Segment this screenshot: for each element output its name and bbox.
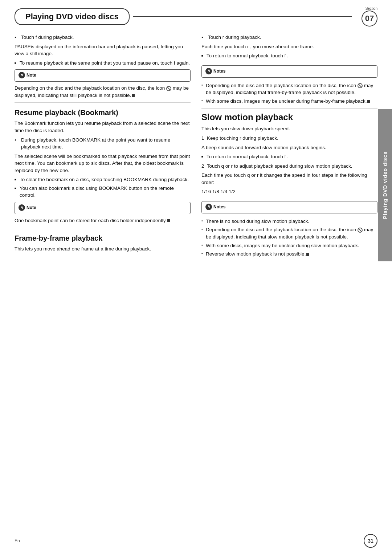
section-number: 07 [362, 11, 377, 26]
pause-bullet-1: Touch f during playback. [15, 34, 191, 41]
step-2-number: 2 [201, 163, 204, 169]
section-label: Section [366, 7, 377, 11]
slow-motion-section: Slow motion playback This lets you slow … [201, 112, 377, 257]
header: Playing DVD video discs Section 07 [0, 0, 392, 26]
frame-note-1: Depending on the disc and the playback l… [201, 82, 377, 96]
slow-note-4: Reverse slow motion playback is not poss… [201, 250, 377, 258]
pause-note: ✎ Note Depending on the disc and the pla… [15, 69, 191, 99]
slow-step-1: 1 Keep touching r during playback. A bee… [201, 135, 377, 160]
frame-detail-square-1: To return to normal playback, touch f . [201, 52, 377, 60]
resume-note: ✎ Note One bookmark point can be stored … [15, 202, 191, 224]
note-icon-3: ✎ [205, 68, 212, 74]
note-icon-2: ✎ [19, 204, 25, 211]
resume-para-2: The selected scene will be bookmarked so… [15, 153, 191, 174]
header-divider [133, 16, 352, 17]
resume-title: Resume playback (Bookmark) [15, 109, 191, 117]
step-1-detail: A beep sounds and forward slow motion pl… [201, 144, 377, 151]
divider-2 [15, 228, 191, 228]
step-1-square: To return to normal playback, touch f . [201, 153, 377, 160]
note-icon-4: ✎ [205, 204, 212, 210]
resume-square-1: To clear the bookmark on a disc, keep to… [15, 176, 191, 183]
pause-section: Touch f during playback. PAUSEis display… [15, 34, 191, 99]
resume-square-2: You can also bookmark a disc using BOOKM… [15, 185, 191, 199]
left-column: Touch f during playback. PAUSEis display… [15, 30, 191, 261]
no-icon-2 [358, 83, 363, 88]
right-column: Touch r during playback. Each time you t… [201, 30, 377, 261]
frame-section: Frame-by-frame playback This lets you mo… [15, 234, 191, 253]
step-2-detail: Each time you touch q or r it changes th… [201, 172, 377, 186]
slow-para-1: This lets you slow down playback speed. [201, 125, 377, 132]
resume-section: Resume playback (Bookmark) The Bookmark … [15, 109, 191, 224]
note-icon: ✎ [19, 72, 25, 78]
resume-note-title: Note [26, 205, 36, 210]
end-block-icon-3 [367, 100, 370, 103]
frame-notes-title: Notes [213, 69, 225, 74]
pause-note-text: Depending on the disc and the playback l… [15, 85, 191, 99]
no-icon-3 [358, 228, 363, 233]
slow-motion-title: Slow motion playback [201, 112, 377, 122]
pause-note-title: Note [26, 73, 36, 78]
pause-para-1: PAUSEis displayed on the information bar… [15, 43, 191, 57]
slow-step-2: 2 Touch q or r to adjust playback speed … [201, 163, 377, 195]
step-2-speeds: 1/16 1/8 1/4 1/2 [201, 188, 377, 195]
slow-note-3: With some discs, images may be unclear d… [201, 242, 377, 249]
slow-note-2: Depending on the disc and the playback l… [201, 226, 377, 240]
end-block-icon-2 [167, 219, 170, 222]
divider-3 [201, 108, 377, 109]
sidebar-vertical-text: Playing DVD video discs [378, 109, 392, 261]
frame-detail-section: Touch r during playback. Each time you t… [201, 34, 377, 105]
frame-bullet-1: Touch r during playback. [201, 34, 377, 41]
frame-notes: ✎ Notes Depending on the disc and the pl… [201, 62, 377, 105]
footer-page: 31 [364, 534, 377, 548]
slow-note-1: There is no sound during slow motion pla… [201, 218, 377, 225]
end-block-icon [132, 94, 135, 97]
no-icon [166, 86, 171, 91]
frame-title: Frame-by-frame playback [15, 234, 191, 242]
slow-notes: ✎ Notes There is no sound during slow mo… [201, 198, 377, 258]
frame-detail-para-1: Each time you touch r , you move ahead o… [201, 43, 377, 50]
frame-note-2: With some discs, images may be unclear d… [201, 98, 377, 105]
pause-square-1: To resume playback at the same point tha… [15, 60, 191, 67]
footer-lang: En [15, 538, 20, 543]
step-1-number: 1 [201, 135, 204, 141]
slow-notes-title: Notes [213, 204, 225, 209]
footer: En 31 [0, 534, 392, 548]
resume-para-1: The Bookmark function lets you resume pl… [15, 120, 191, 134]
divider-1 [15, 102, 191, 103]
resume-note-text: One bookmark point can be stored for eac… [15, 217, 191, 224]
page-title: Playing DVD video discs [15, 8, 130, 25]
resume-bullet-1: During playback, touch BOOKMARK at the p… [15, 136, 191, 151]
main-content: Touch f during playback. PAUSEis display… [0, 26, 392, 261]
end-block-icon-4 [306, 253, 309, 256]
frame-para-1: This lets you move ahead one frame at a … [15, 245, 191, 253]
page: Playing DVD video discs Section 07 Playi… [0, 0, 392, 555]
